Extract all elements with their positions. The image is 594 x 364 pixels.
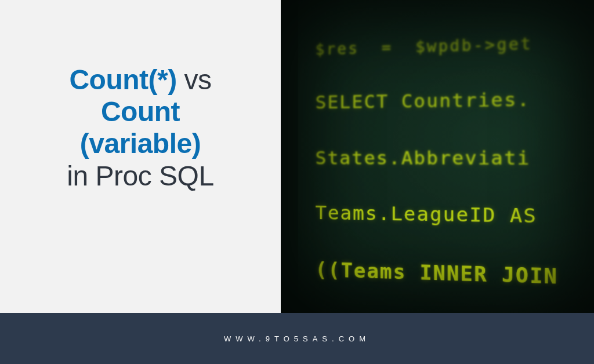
code-line: SELECT Countries.	[316, 83, 594, 117]
code-line: ((Teams INNER JOIN	[316, 255, 594, 295]
footer-url: WWW.9TO5SAS.COM	[224, 334, 370, 343]
code-line: States.Abbreviati	[316, 143, 594, 173]
left-title-panel: Count(*) vs Count (variable) in Proc SQL	[0, 0, 281, 313]
code-line: $res = $wpdb->get	[316, 28, 594, 61]
banner-root: Count(*) vs Count (variable) in Proc SQL…	[0, 0, 594, 364]
title-vs: vs	[177, 64, 212, 95]
code-image-panel: $res = $wpdb->get SELECT Countries. Stat…	[281, 0, 594, 313]
code-line: Teams.LeagueID AS	[316, 199, 594, 234]
title-highlight-1: Count(*)	[69, 64, 176, 95]
code-screen: $res = $wpdb->get SELECT Countries. Stat…	[298, 0, 594, 313]
title-highlight-2b: (variable)	[80, 128, 201, 159]
footer-bar: WWW.9TO5SAS.COM	[0, 313, 594, 364]
title-highlight-2a: Count	[101, 96, 180, 127]
banner-title: Count(*) vs Count (variable) in Proc SQL	[67, 64, 213, 192]
main-area: Count(*) vs Count (variable) in Proc SQL…	[0, 0, 594, 313]
title-tail: in Proc SQL	[67, 161, 213, 191]
